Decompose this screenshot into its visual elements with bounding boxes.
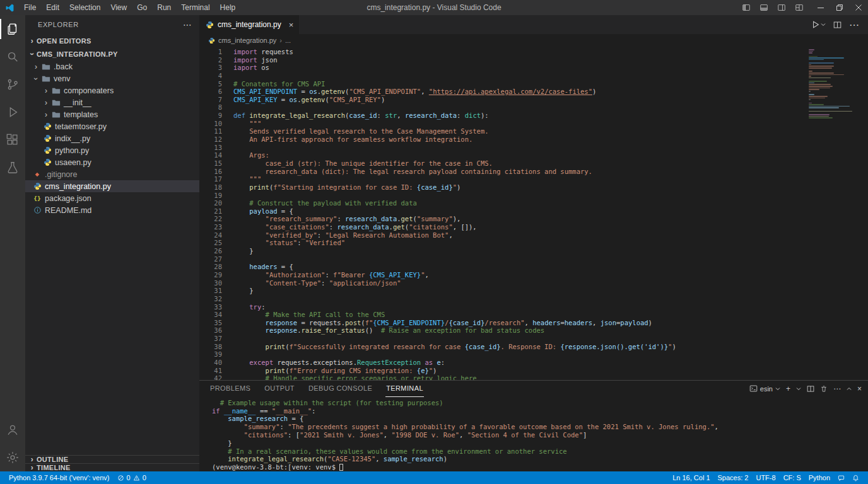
line-number: 30 <box>199 279 233 287</box>
line-number: 19 <box>199 192 233 200</box>
tree-item-cms-integration-py[interactable]: cms_integration.py <box>25 180 199 192</box>
menu-terminal[interactable]: Terminal <box>176 0 214 15</box>
tree-item--back[interactable]: ›.back <box>25 60 199 72</box>
breadcrumb[interactable]: cms_integration.py › ... <box>199 34 868 47</box>
line-number: 34 <box>199 311 233 319</box>
tab-label: cms_integration.py <box>218 20 281 29</box>
indentation-status[interactable]: Spaces: 2 <box>714 471 753 484</box>
section-workspace[interactable]: › CMS_INTEGRATION.PY <box>25 47 199 60</box>
minimap[interactable] <box>809 49 859 119</box>
activity-item-extensions[interactable] <box>0 126 25 154</box>
maximize-panel-button[interactable] <box>847 386 852 391</box>
eol-status[interactable]: CF: S <box>780 471 805 484</box>
line-number: 27 <box>199 255 233 263</box>
activity-item-settings[interactable] <box>0 444 25 471</box>
tree-item-tetaemtoser-py[interactable]: tetaemtoser.py <box>25 120 199 132</box>
close-window-button[interactable] <box>849 0 868 15</box>
menu-help[interactable]: Help <box>215 0 241 15</box>
chevron-right-icon: › <box>42 111 50 118</box>
line-number: 20 <box>199 199 233 207</box>
tab-cms-integration-py[interactable]: cms_integration.py × <box>199 15 299 34</box>
menu-view[interactable]: View <box>105 0 132 15</box>
minimap-line <box>809 74 844 76</box>
menu-selection[interactable]: Selection <box>64 0 105 15</box>
encoding-status[interactable]: UTF-8 <box>752 471 779 484</box>
menu-run[interactable]: Run <box>152 0 176 15</box>
minimap-line <box>809 84 831 85</box>
code-line-27: 27 <box>199 255 868 263</box>
close-panel-button[interactable]: × <box>857 384 862 393</box>
tree-item-templates[interactable]: ›templates <box>25 108 199 120</box>
activity-item-account[interactable] <box>0 416 25 444</box>
code-line-36: 36 response.raise_for_status() # Raise a… <box>199 326 868 335</box>
tree-item-package-json[interactable]: {}package.json <box>25 192 199 204</box>
language-mode: Python <box>809 474 830 481</box>
minimize-button[interactable] <box>811 0 830 15</box>
tree-item-usaeen-py[interactable]: usaeen.py <box>25 156 199 168</box>
restore-button[interactable] <box>830 0 849 15</box>
activity-item-source-control[interactable] <box>0 71 25 98</box>
notifications-status[interactable] <box>848 471 863 484</box>
menu-go[interactable]: Go <box>132 0 152 15</box>
activity-item-testing[interactable] <box>0 154 25 182</box>
panel-tab-debug-console[interactable]: DEBUG CONSOLE <box>308 381 373 397</box>
python-interpreter-status[interactable]: Python 3.9.7 64-bit ('venv': venv) <box>5 471 114 484</box>
tree-item-readme-md[interactable]: README.md <box>25 204 199 216</box>
tree-item-componeaters[interactable]: ›componeaters <box>25 84 199 96</box>
minimap-line <box>809 99 811 100</box>
toggle-panel-icon[interactable] <box>756 0 772 15</box>
menu-file[interactable]: File <box>19 0 41 15</box>
folder-icon <box>40 74 52 83</box>
folder-icon <box>50 98 62 107</box>
chevron-down-icon[interactable] <box>796 386 801 391</box>
line-number: 41 <box>199 367 233 375</box>
code-line-41: 41 print(f"Error during CMS integration:… <box>199 367 868 375</box>
tree-item--gitignore[interactable]: .gitignore <box>25 168 199 180</box>
chevron-right-icon: › <box>28 456 37 463</box>
file-label: .gitignore <box>45 170 77 179</box>
more-actions-icon[interactable]: ⋯ <box>849 19 859 31</box>
terminal-icon <box>749 384 758 393</box>
terminal-shell-select[interactable]: esin <box>749 384 780 393</box>
line-number: 31 <box>199 287 233 295</box>
panel-tab-problems[interactable]: PROBLEMS <box>209 381 251 397</box>
minimap-line <box>809 71 812 72</box>
code-line-33: 33 try: <box>199 303 868 311</box>
tree-item--init-[interactable]: ›__init__ <box>25 96 199 108</box>
panel-tab-terminal[interactable]: TERMINAL <box>385 381 424 397</box>
kill-terminal-button[interactable] <box>820 385 828 393</box>
activity-item-search[interactable] <box>0 43 25 71</box>
cursor-position-status[interactable]: Ln 16, Col 1 <box>669 471 713 484</box>
new-terminal-button[interactable]: + <box>786 384 790 393</box>
close-icon[interactable]: × <box>289 20 294 30</box>
code-line-13: 13 <box>199 144 868 152</box>
panel-tab-output[interactable]: OUTPUT <box>264 381 295 397</box>
section-open-editors[interactable]: › OPEN EDITORS <box>25 34 199 47</box>
toggle-secondary-sidebar-icon[interactable] <box>773 0 790 15</box>
more-actions-icon[interactable]: ⋯ <box>833 384 841 393</box>
section-label: TIMELINE <box>37 464 71 471</box>
section-outline[interactable]: › OUTLINE <box>25 455 199 463</box>
language-mode-status[interactable]: Python <box>805 471 834 484</box>
folder-icon <box>50 110 62 119</box>
more-actions-icon[interactable]: ⋯ <box>183 20 192 30</box>
customize-layout-icon[interactable] <box>791 0 807 15</box>
problems-status[interactable]: 0 0 <box>114 471 150 484</box>
menu-edit[interactable]: Edit <box>41 0 64 15</box>
run-python-file-button[interactable] <box>811 20 826 29</box>
terminal-content[interactable]: # Example usage within the script (for t… <box>199 397 868 471</box>
tree-item-python-py[interactable]: python.py <box>25 144 199 156</box>
tree-item-indix-py[interactable]: indix__.py <box>25 132 199 144</box>
code-editor[interactable]: 1import requests2import json3iaport os45… <box>199 47 868 380</box>
file-label: cms_integration.py <box>45 182 111 191</box>
feedback-status[interactable] <box>834 471 848 484</box>
activity-item-run-and-debug[interactable] <box>0 98 25 126</box>
chevron-right-icon: › <box>279 37 282 44</box>
section-timeline[interactable]: › TIMELINE <box>25 463 199 471</box>
toggle-sidebar-icon[interactable] <box>738 0 754 15</box>
tree-item-venv[interactable]: ›venv <box>25 72 199 84</box>
split-terminal-button[interactable] <box>807 385 814 393</box>
activity-item-explorer[interactable] <box>0 15 25 43</box>
split-editor-button[interactable] <box>833 21 842 29</box>
file-label: README.md <box>45 206 91 215</box>
